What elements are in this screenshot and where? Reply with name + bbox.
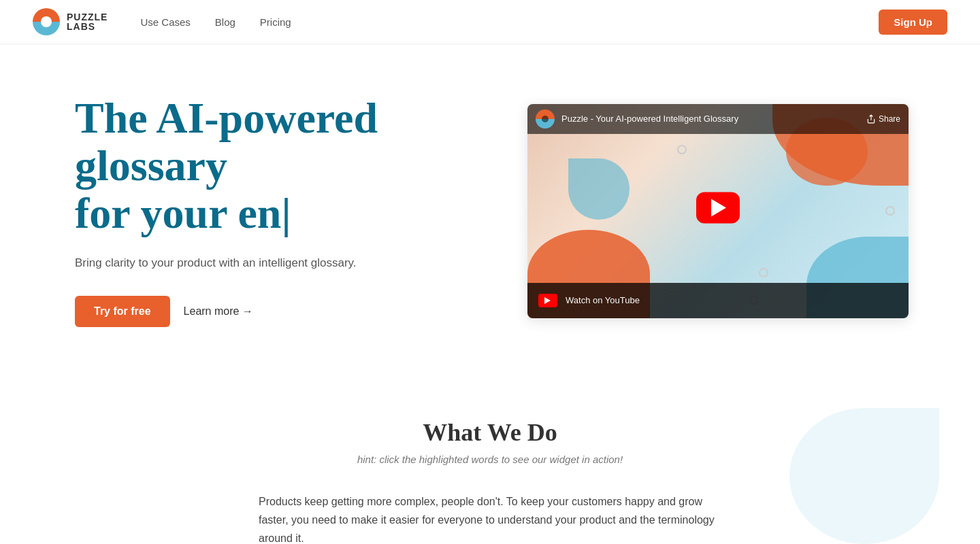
video-title-bar: Puzzle - Your AI-powered Intelligent Glo… (527, 104, 909, 134)
what-we-do-para1: Products keep getting more complex, peop… (259, 492, 721, 544)
hero-left: The AI-powered glossary for your en| Bri… (75, 95, 470, 328)
nav-left: PUZZLE LABS Use Cases Blog Pricing (33, 8, 291, 35)
learn-more-button[interactable]: Learn more → (184, 305, 253, 318)
nav-links: Use Cases Blog Pricing (140, 16, 291, 28)
logo-line2: LABS (67, 22, 108, 31)
dot-4 (885, 206, 895, 216)
video-container[interactable]: Puzzle - Your AI-powered Intelligent Glo… (527, 104, 909, 318)
hero-subtitle: Bring clarity to your product with an in… (75, 254, 470, 272)
video-overlay-bar: Watch on YouTube (527, 283, 909, 318)
logo-icon (33, 8, 60, 35)
hero-title: The AI-powered glossary for your en| (75, 95, 470, 238)
bg-decoration (789, 408, 939, 544)
try-free-button[interactable]: Try for free (75, 296, 170, 327)
nav-use-cases[interactable]: Use Cases (140, 16, 190, 28)
video-puzzle-logo (536, 109, 555, 129)
video-title-text: Puzzle - Your AI-powered Intelligent Glo… (561, 114, 860, 124)
bg-shape-decor (789, 408, 939, 544)
hero-right: Puzzle - Your AI-powered Intelligent Glo… (510, 104, 926, 318)
nav-pricing[interactable]: Pricing (260, 16, 291, 28)
play-button[interactable] (696, 192, 740, 223)
logo-line1: PUZZLE (67, 12, 108, 22)
nav-blog[interactable]: Blog (215, 16, 235, 28)
dot-2 (759, 268, 768, 277)
hero-title-line2: for your en| (75, 189, 291, 237)
share-icon (866, 114, 876, 124)
signup-button[interactable]: Sign Up (879, 10, 947, 35)
share-button[interactable]: Share (866, 114, 900, 124)
hero-actions: Try for free Learn more → (75, 296, 470, 327)
bg-shape-5 (568, 158, 630, 220)
hero-title-line1: The AI-powered glossary (75, 94, 378, 190)
logo-link[interactable]: PUZZLE LABS (33, 8, 108, 35)
logo-text: PUZZLE LABS (67, 12, 108, 31)
youtube-icon (538, 294, 557, 307)
watch-on-label: Watch on YouTube (566, 295, 640, 305)
what-we-do-content: Products keep getting more complex, peop… (259, 492, 721, 544)
what-we-do-section: What We Do hint: click the highlighted w… (0, 377, 980, 544)
navbar: PUZZLE LABS Use Cases Blog Pricing Sign … (0, 0, 980, 44)
dot-1 (677, 145, 687, 154)
hero-section: The AI-powered glossary for your en| Bri… (0, 44, 980, 377)
